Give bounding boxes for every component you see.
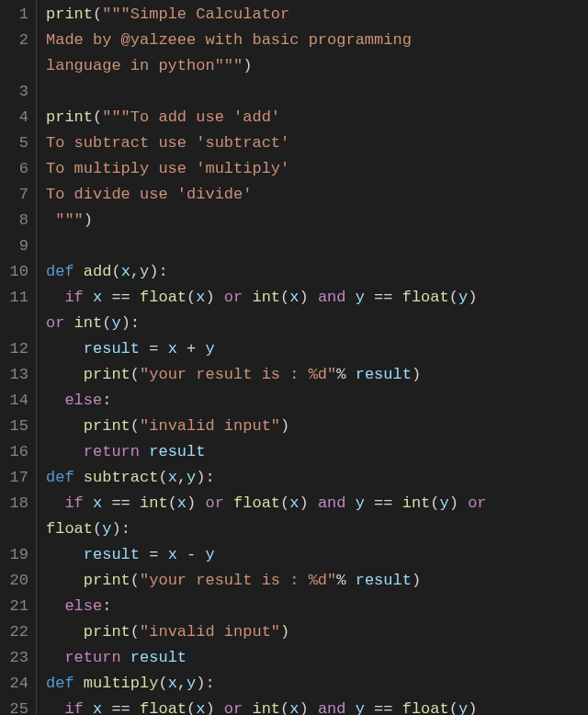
- line-number: [4, 311, 28, 336]
- line-number: 24: [4, 671, 28, 697]
- code-line[interactable]: print("invalid input"): [46, 619, 588, 645]
- line-number: [4, 516, 28, 542]
- line-number: 21: [4, 594, 28, 619]
- line-number: 12: [4, 336, 28, 362]
- code-line[interactable]: def subtract(x,y):: [46, 465, 588, 491]
- line-number: 25: [4, 697, 28, 715]
- line-number: 8: [4, 208, 28, 233]
- code-line[interactable]: To subtract use 'subtract': [46, 131, 588, 156]
- code-line[interactable]: if x == float(x) or int(x) and y == floa…: [46, 285, 588, 311]
- line-number: [4, 53, 28, 79]
- code-line[interactable]: print("your result is : %d"% result): [46, 362, 588, 388]
- code-line[interactable]: print("""Simple Calculator: [46, 2, 588, 28]
- code-line[interactable]: language in python"""): [46, 53, 588, 79]
- line-number: 4: [4, 105, 28, 131]
- code-line[interactable]: def add(x,y):: [46, 259, 588, 285]
- code-line[interactable]: else:: [46, 594, 588, 619]
- line-number: 9: [4, 233, 28, 259]
- code-line[interactable]: """): [46, 208, 588, 233]
- line-number: 17: [4, 465, 28, 491]
- line-number: 10: [4, 259, 28, 285]
- code-line[interactable]: return result: [46, 439, 588, 465]
- line-number-gutter: 1234567891011121314151617181920212223242…: [0, 0, 37, 715]
- code-line[interactable]: print("your result is : %d"% result): [46, 568, 588, 594]
- line-number: 15: [4, 414, 28, 439]
- code-line[interactable]: [46, 79, 588, 105]
- line-number: 5: [4, 131, 28, 156]
- code-line[interactable]: print("""To add use 'add': [46, 105, 588, 131]
- code-line[interactable]: result = x - y: [46, 542, 588, 568]
- code-editor[interactable]: 1234567891011121314151617181920212223242…: [0, 0, 588, 715]
- line-number: 19: [4, 542, 28, 568]
- code-line[interactable]: if x == float(x) or int(x) and y == floa…: [46, 697, 588, 715]
- code-line[interactable]: print("invalid input"): [46, 414, 588, 439]
- line-number: 6: [4, 156, 28, 182]
- line-number: 1: [4, 2, 28, 28]
- line-number: 22: [4, 619, 28, 645]
- code-line[interactable]: result = x + y: [46, 336, 588, 362]
- line-number: 13: [4, 362, 28, 388]
- line-number: 11: [4, 285, 28, 311]
- code-line[interactable]: else:: [46, 388, 588, 414]
- line-number: 14: [4, 388, 28, 414]
- line-number: 20: [4, 568, 28, 594]
- code-line[interactable]: or int(y):: [46, 311, 588, 336]
- line-number: 3: [4, 79, 28, 105]
- line-number: 2: [4, 28, 28, 53]
- code-line[interactable]: Made by @yalzeee with basic programming: [46, 28, 588, 53]
- line-number: 16: [4, 439, 28, 465]
- code-line[interactable]: def multiply(x,y):: [46, 671, 588, 697]
- code-line[interactable]: return result: [46, 645, 588, 671]
- code-line[interactable]: To divide use 'divide': [46, 182, 588, 208]
- code-area[interactable]: print("""Simple CalculatorMade by @yalze…: [37, 0, 588, 715]
- code-line[interactable]: To multiply use 'multiply': [46, 156, 588, 182]
- line-number: 7: [4, 182, 28, 208]
- line-number: 18: [4, 491, 28, 516]
- code-line[interactable]: float(y):: [46, 516, 588, 542]
- code-line[interactable]: if x == int(x) or float(x) and y == int(…: [46, 491, 588, 516]
- line-number: 23: [4, 645, 28, 671]
- code-line[interactable]: [46, 233, 588, 259]
